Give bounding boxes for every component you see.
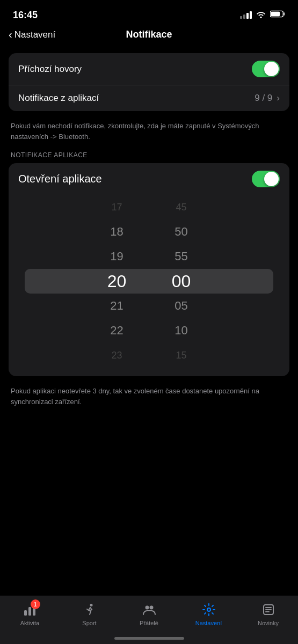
status-bar: 16:45 (0, 0, 298, 27)
tab-nastaveni[interactable]: Nastavení (179, 602, 238, 626)
svg-point-8 (149, 606, 153, 610)
tab-bar: 1 Aktivita Sport Přátelé (0, 596, 298, 644)
app-notification-card: Otevření aplikace 17 18 19 20 21 22 23 (9, 163, 289, 376)
picker-minute-item: 05 (149, 294, 214, 318)
picker-hours-column[interactable]: 17 18 19 20 21 22 23 (85, 195, 149, 368)
svg-point-6 (90, 604, 92, 606)
toggle-knob (264, 62, 279, 76)
section-header-app-notifications: NOTIFIKACE APLIKACE (9, 149, 289, 163)
app-notifications-label: Notifikace z aplikací (18, 93, 99, 104)
svg-rect-1 (284, 12, 285, 16)
picker-hour-item: 19 (85, 244, 149, 269)
back-label: Nastavení (14, 30, 56, 40)
status-time: 16:45 (13, 10, 38, 21)
back-button[interactable]: ‹ Nastavení (9, 30, 55, 40)
chevron-left-icon: ‹ (9, 29, 12, 40)
battery-icon (270, 10, 285, 20)
main-settings-card: Příchozí hovory Notifikace z aplikací 9 … (9, 53, 289, 111)
tab-novinky-label: Novinky (258, 620, 279, 626)
tab-novinky[interactable]: Novinky (238, 602, 298, 626)
home-indicator (114, 637, 184, 640)
svg-rect-2 (271, 12, 280, 16)
page-title: Notifikace (126, 29, 172, 40)
svg-rect-4 (28, 607, 31, 616)
nav-header: ‹ Nastavení Notifikace (0, 27, 298, 48)
picker-hour-item: 17 (85, 195, 149, 219)
picker-minute-selected: 00 (149, 269, 214, 294)
signal-icon (240, 11, 252, 19)
picker-minute-item: 10 (149, 318, 214, 343)
tab-sport-label: Sport (82, 620, 96, 626)
tab-aktivita-label: Aktivita (20, 620, 39, 626)
svg-rect-3 (24, 610, 27, 616)
toggle-knob-2 (264, 172, 279, 186)
svg-point-9 (207, 608, 210, 611)
tab-aktivita[interactable]: 1 Aktivita (0, 602, 60, 626)
picker-minute-item: 45 (149, 195, 214, 219)
app-notifications-row[interactable]: Notifikace z aplikací 9 / 9 › (9, 85, 289, 111)
sync-footer-description: Pokud aplikaci neotevřete 3 dny, tak ve … (9, 380, 289, 407)
picker-columns: 17 18 19 20 21 22 23 45 50 55 00 05 10 1… (14, 195, 284, 368)
picker-hour-item: 23 (85, 343, 149, 368)
app-notifications-right: 9 / 9 › (255, 93, 280, 104)
tab-pratele-icon (141, 602, 157, 618)
tab-pratele-label: Přátelé (140, 620, 158, 626)
app-open-toggle[interactable] (252, 171, 280, 187)
time-picker[interactable]: 17 18 19 20 21 22 23 45 50 55 00 05 10 1… (9, 195, 289, 376)
tab-pratele[interactable]: Přátelé (119, 602, 179, 626)
main-content: Příchozí hovory Notifikace z aplikací 9 … (0, 48, 298, 407)
app-open-toggle-row[interactable]: Otevření aplikace (9, 163, 289, 195)
wifi-icon (256, 10, 266, 20)
picker-hour-item: 21 (85, 294, 149, 318)
chevron-right-icon: › (277, 93, 280, 104)
app-open-label: Otevření aplikace (18, 173, 102, 185)
picker-hour-item: 22 (85, 318, 149, 343)
aktivita-badge: 1 (31, 599, 40, 609)
incoming-calls-label: Příchozí hovory (18, 64, 82, 75)
tab-aktivita-icon: 1 (22, 602, 38, 618)
tab-nastaveni-label: Nastavení (195, 620, 222, 626)
app-notifications-value: 9 / 9 (255, 93, 272, 104)
tab-novinky-icon (260, 602, 277, 618)
picker-hour-selected: 20 (85, 269, 149, 294)
picker-minute-item: 50 (149, 219, 214, 244)
incoming-calls-row[interactable]: Příchozí hovory (9, 53, 289, 85)
picker-minute-item: 55 (149, 244, 214, 269)
picker-hour-item: 18 (85, 219, 149, 244)
incoming-calls-toggle[interactable] (252, 61, 280, 77)
svg-point-7 (145, 606, 149, 610)
tab-nastaveni-icon (201, 602, 217, 618)
picker-minutes-column[interactable]: 45 50 55 00 05 10 15 (149, 195, 214, 368)
status-icons (240, 10, 285, 20)
picker-minute-item: 15 (149, 343, 214, 368)
tab-sport-icon (82, 602, 98, 618)
bluetooth-description: Pokud vám nechodí notifikace, zkontroluj… (9, 115, 289, 149)
tab-sport[interactable]: Sport (60, 602, 119, 626)
